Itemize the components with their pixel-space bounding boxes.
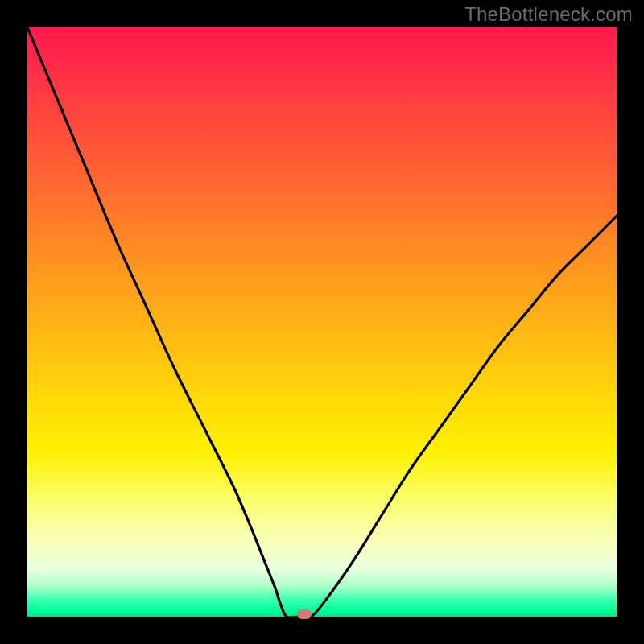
optimal-marker	[297, 609, 312, 619]
bottleneck-curve	[27, 27, 617, 617]
watermark-text: TheBottleneck.com	[464, 3, 633, 26]
chart-frame: TheBottleneck.com	[0, 0, 644, 644]
